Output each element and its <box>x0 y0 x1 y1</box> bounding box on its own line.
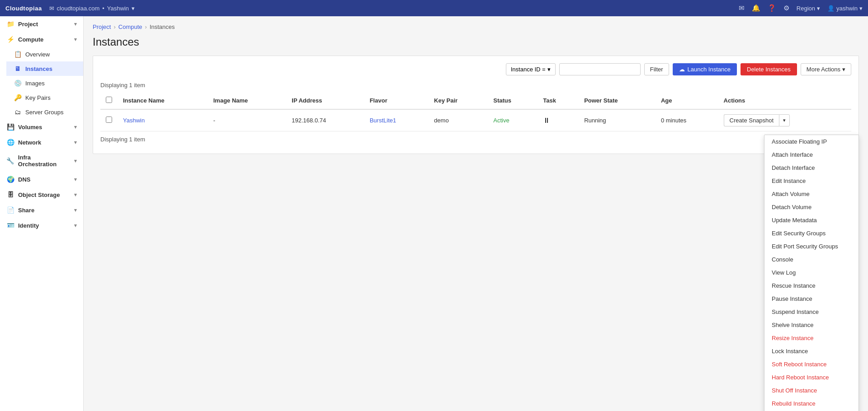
domain-project[interactable]: ✉ cloudtopiaa.com • Yashwin ▾ <box>49 5 135 12</box>
delete-instances-button[interactable]: Delete Instances <box>741 63 797 75</box>
main-content: Project › Compute › Instances Instances … <box>84 16 868 411</box>
col-task: Task <box>538 92 579 109</box>
sidebar-object-storage-label: Object Storage <box>18 191 60 198</box>
dropdown-item-suspend-instance[interactable]: Suspend Instance <box>764 305 859 318</box>
instance-name-link-0[interactable]: Yashwin <box>123 117 145 124</box>
dropdown-item-soft-reboot-instance[interactable]: Soft Reboot Instance <box>764 358 859 371</box>
sidebar-item-overview[interactable]: 📋 Overview <box>6 47 83 61</box>
display-info-bottom: Displaying 1 item <box>100 136 851 143</box>
user-label: yashwin <box>836 5 858 12</box>
dropdown-item-hard-reboot-instance[interactable]: Hard Reboot Instance <box>764 371 859 384</box>
filter-input[interactable] <box>559 63 641 75</box>
col-status: Status <box>488 92 538 109</box>
share-chevron-icon: ▾ <box>74 207 77 213</box>
project-chevron-icon: ▾ <box>74 21 77 27</box>
dropdown-item-update-metadata[interactable]: Update Metadata <box>764 214 859 227</box>
user-icon: 👤 <box>827 5 835 12</box>
col-actions: Actions <box>718 92 851 109</box>
breadcrumb-sep-1: › <box>113 23 115 30</box>
region-label: Region <box>797 5 815 12</box>
dropdown-item-pause-instance[interactable]: Pause Instance <box>764 292 859 305</box>
toolbar: Instance ID = ▾ Filter ☁ Launch Instance… <box>100 63 851 75</box>
sidebar-identity[interactable]: 🪪 Identity ▾ <box>0 218 83 233</box>
project-icon: 📁 <box>6 20 14 28</box>
breadcrumb: Project › Compute › Instances <box>93 23 859 30</box>
breadcrumb-project[interactable]: Project <box>93 23 111 30</box>
sidebar-item-overview-label: Overview <box>25 51 50 58</box>
dropdown-item-rebuild-instance[interactable]: Rebuild Instance <box>764 397 859 410</box>
more-actions-chevron-icon: ▾ <box>842 66 845 73</box>
dropdown-item-edit-instance[interactable]: Edit Instance <box>764 174 859 187</box>
display-info-top: Displaying 1 item <box>100 82 851 89</box>
select-all-checkbox[interactable] <box>106 97 112 103</box>
col-age: Age <box>656 92 718 109</box>
sidebar-share[interactable]: 📄 Share ▾ <box>0 202 83 218</box>
dropdown-item-detach-interface[interactable]: Detach Interface <box>764 161 859 174</box>
dropdown-item-rescue-instance[interactable]: Rescue Instance <box>764 279 859 292</box>
project-section: 📁 Project ▾ ⚡ Compute ▾ 📋 Overview 🖥 Ins… <box>0 16 83 233</box>
images-icon: 💿 <box>14 79 22 87</box>
sidebar-item-key-pairs[interactable]: 🔑 Key Pairs <box>6 90 83 105</box>
more-actions-button[interactable]: More Actions ▾ <box>801 63 851 75</box>
sidebar-item-instances[interactable]: 🖥 Instances <box>6 61 83 76</box>
launch-btn-label: Launch Instance <box>688 66 731 73</box>
action-caret-button-0[interactable]: ▾ <box>779 114 790 126</box>
sidebar-compute-label: Compute <box>18 36 43 43</box>
dropdown-item-edit-port-security-groups[interactable]: Edit Port Security Groups <box>764 240 859 253</box>
action-dropdown-menu: Associate Floating IPAttach InterfaceDet… <box>764 135 859 411</box>
sidebar-object-storage[interactable]: 🗄 Object Storage ▾ <box>0 187 83 202</box>
dropdown-item-shelve-instance[interactable]: Shelve Instance <box>764 318 859 332</box>
sidebar-dns-label: DNS <box>18 176 30 183</box>
launch-icon: ☁ <box>679 66 685 73</box>
dropdown-item-attach-volume[interactable]: Attach Volume <box>764 187 859 201</box>
user-chevron-icon: ▾ <box>859 5 863 12</box>
col-key-pair: Key Pair <box>429 92 488 109</box>
dropdown-item-view-log[interactable]: View Log <box>764 266 859 279</box>
row-flavor-0: BurstLite1 <box>364 109 429 131</box>
sidebar-item-images[interactable]: 💿 Images <box>6 76 83 90</box>
sidebar-dns[interactable]: 🌍 DNS ▾ <box>0 172 83 187</box>
dropdown-item-attach-interface[interactable]: Attach Interface <box>764 148 859 161</box>
dropdown-item-resize-instance[interactable]: Resize Instance <box>764 332 859 345</box>
gear-icon[interactable]: ⚙ <box>783 4 789 12</box>
identity-chevron-icon: ▾ <box>74 223 77 229</box>
filter-button[interactable]: Filter <box>644 63 669 75</box>
region-selector[interactable]: Region ▾ <box>797 5 820 12</box>
action-btn-wrap-0: Create Snapshot ▾ <box>724 114 790 126</box>
network-icon: 🌐 <box>6 139 14 146</box>
breadcrumb-compute[interactable]: Compute <box>118 23 142 30</box>
instances-panel: Instance ID = ▾ Filter ☁ Launch Instance… <box>93 56 859 154</box>
col-instance-name: Instance Name <box>118 92 208 109</box>
topnav-left: Cloudtopiaa ✉ cloudtopiaa.com • Yashwin … <box>5 5 135 12</box>
identity-icon: 🪪 <box>6 222 14 229</box>
filter-select[interactable]: Instance ID = ▾ <box>506 63 556 75</box>
dropdown-item-lock-instance[interactable]: Lock Instance <box>764 345 859 358</box>
sidebar-network[interactable]: 🌐 Network ▾ <box>0 135 83 150</box>
sidebar: 📁 Project ▾ ⚡ Compute ▾ 📋 Overview 🖥 Ins… <box>0 16 84 411</box>
sidebar-network-label: Network <box>18 139 41 146</box>
more-actions-label: More Actions <box>807 66 840 73</box>
sidebar-project[interactable]: 📁 Project ▾ <box>0 16 83 32</box>
sidebar-volumes[interactable]: 💾 Volumes ▾ <box>0 119 83 135</box>
mail-icon[interactable]: ✉ <box>739 4 745 12</box>
row-checkbox-0[interactable] <box>106 117 112 123</box>
user-menu[interactable]: 👤 yashwin ▾ <box>827 5 863 12</box>
dropdown-item-console[interactable]: Console <box>764 253 859 266</box>
brand-logo: Cloudtopiaa <box>5 5 42 12</box>
sidebar-item-server-groups[interactable]: 🗂 Server Groups <box>6 105 83 119</box>
main-layout: 📁 Project ▾ ⚡ Compute ▾ 📋 Overview 🖥 Ins… <box>0 16 868 411</box>
bell-icon[interactable]: 🔔 <box>752 4 760 12</box>
instances-icon: 🖥 <box>14 65 22 72</box>
launch-instance-button[interactable]: ☁ Launch Instance <box>673 63 737 75</box>
sidebar-compute[interactable]: ⚡ Compute ▾ <box>0 32 83 47</box>
help-icon[interactable]: ❓ <box>768 4 776 12</box>
sidebar-infra[interactable]: 🔧 Infra Orchestration ▾ <box>0 150 83 172</box>
flavor-link-0[interactable]: BurstLite1 <box>370 117 396 124</box>
dropdown-item-shut-off-instance[interactable]: Shut Off Instance <box>764 384 859 397</box>
region-chevron-icon: ▾ <box>817 5 820 12</box>
create-snapshot-button-0[interactable]: Create Snapshot <box>724 114 779 126</box>
dropdown-item-detach-volume[interactable]: Detach Volume <box>764 201 859 214</box>
volumes-chevron-icon: ▾ <box>74 124 77 130</box>
dropdown-item-edit-security-groups[interactable]: Edit Security Groups <box>764 227 859 240</box>
dropdown-item-associate-floating-ip[interactable]: Associate Floating IP <box>764 135 859 148</box>
